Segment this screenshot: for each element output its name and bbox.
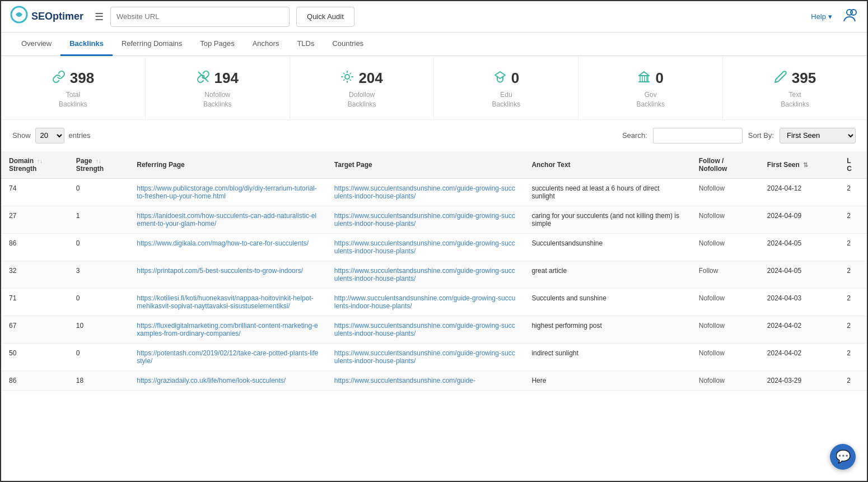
cell-domain-strength: 50 [1,343,68,370]
tab-referring-domains[interactable]: Referring Domains [113,33,191,56]
target-page-link[interactable]: https://www.succulentsandsunshine.com/gu… [334,267,515,282]
target-page-link[interactable]: https://www.succulentsandsunshine.com/gu… [334,239,515,255]
cell-target-page[interactable]: https://www.succulentsandsunshine.com/gu… [326,233,524,261]
tab-tlds[interactable]: TLDs [288,33,323,56]
target-page-link[interactable]: https://www.succulentsandsunshine.com/gu… [334,212,515,228]
cell-first-seen: 2024-04-05 [759,261,839,288]
search-label: Search: [622,131,647,140]
cell-referring-page[interactable]: https://potentash.com/2019/02/12/take-ca… [129,343,326,370]
user-icon[interactable] [841,7,858,27]
chat-bubble[interactable]: 💬 [830,444,856,470]
cell-first-seen: 2024-03-29 [759,370,839,390]
edu-label: EduBacklinks [440,90,572,109]
cell-referring-page[interactable]: https://fluxedigitalmarketing.com/brilli… [129,316,326,343]
col-header-first-seen[interactable]: First Seen ⇅ [759,151,839,179]
cell-target-page[interactable]: http://www.succulentsandsunshine.com/gui… [326,288,524,316]
cell-page-strength: 0 [68,288,129,316]
stat-top-text: 395 [729,69,861,87]
target-page-link[interactable]: https://www.succulentsandsunshine.com/gu… [334,184,515,200]
cell-domain-strength: 27 [1,206,68,233]
cell-target-page[interactable]: https://www.succulentsandsunshine.com/gu… [326,261,524,288]
cell-anchor-text: caring for your succulents (and not kill… [524,206,690,233]
text-backlinks-icon [774,70,787,87]
target-page-link[interactable]: https://www.succulentsandsunshine.com/gu… [334,377,475,384]
table-row: 32 3 https://printapot.com/5-best-succul… [1,261,867,288]
stat-text: 395 TextBacklinks [723,56,867,119]
tab-countries[interactable]: Countries [323,33,372,56]
total-backlinks-count: 398 [70,69,94,87]
cell-domain-strength: 86 [1,233,68,261]
text-backlinks-count: 395 [792,69,816,87]
referring-page-link[interactable]: https://graziadaily.co.uk/life/home/look… [137,377,286,384]
cell-follow: Nofollow [691,370,759,390]
controls-right: Search: Sort By: First Seen Domain Stren… [622,128,856,143]
stat-top-edu: 0 [440,69,572,87]
tab-backlinks[interactable]: Backlinks [60,33,113,56]
cell-referring-page[interactable]: https://printapot.com/5-best-succulents-… [129,261,326,288]
cell-referring-page[interactable]: https://www.digikala.com/mag/how-to-care… [129,233,326,261]
referring-page-link[interactable]: https://fluxedigitalmarketing.com/brilli… [137,322,318,337]
stat-edu: 0 EduBacklinks [434,56,578,119]
text-backlinks-label: TextBacklinks [729,90,861,109]
tab-top-pages[interactable]: Top Pages [191,33,243,56]
cell-follow: Nofollow [691,233,759,261]
cell-target-page[interactable]: https://www.succulentsandsunshine.com/gu… [326,206,524,233]
cell-referring-page[interactable]: https://graziadaily.co.uk/life/home/look… [129,370,326,390]
cell-page-strength: 0 [68,233,129,261]
sortby-select[interactable]: First Seen Domain Strength Page Strength [780,128,856,143]
cell-target-page[interactable]: https://www.succulentsandsunshine.com/gu… [326,178,524,206]
col-header-referring-page: Referring Page [129,151,326,179]
entries-select[interactable]: 20 10 50 100 [35,128,64,143]
target-page-link[interactable]: http://www.succulentsandsunshine.com/gui… [334,294,516,310]
help-button[interactable]: Help ▾ [811,12,832,21]
cell-anchor-text: Succulentsandsunshine [524,233,690,261]
cell-lc: 2 [839,233,867,261]
total-backlinks-label: TotalBacklinks [7,90,139,109]
referring-page-link[interactable]: https://www.digikala.com/mag/how-to-care… [137,239,309,247]
stat-top-total: 398 [7,69,139,87]
dofollow-icon [340,70,354,87]
referring-page-link[interactable]: https://lanidoesit.com/how-succulents-ca… [137,212,316,228]
target-page-link[interactable]: https://www.succulentsandsunshine.com/gu… [334,322,515,337]
logo[interactable]: SEOptimer [10,6,83,27]
table-row: 71 0 https://kotiliesi.fi/koti/huonekasv… [1,288,867,316]
cell-referring-page[interactable]: https://lanidoesit.com/how-succulents-ca… [129,206,326,233]
referring-page-link[interactable]: https://kotiliesi.fi/koti/huonekasvit/na… [137,294,314,310]
cell-target-page[interactable]: https://www.succulentsandsunshine.com/gu… [326,343,524,370]
cell-page-strength: 1 [68,206,129,233]
cell-follow: Nofollow [691,343,759,370]
cell-target-page[interactable]: https://www.succulentsandsunshine.com/gu… [326,316,524,343]
cell-referring-page[interactable]: https://www.publicstorage.com/blog/diy/d… [129,178,326,206]
entries-label: entries [69,131,91,140]
table-row: 86 18 https://graziadaily.co.uk/life/hom… [1,370,867,390]
tab-overview[interactable]: Overview [12,33,60,56]
quick-audit-button[interactable]: Quick Audit [296,7,354,27]
col-header-target-page: Target Page [326,151,524,179]
cell-lc: 2 [839,178,867,206]
cell-first-seen: 2024-04-02 [759,316,839,343]
col-header-anchor-text: Anchor Text [524,151,690,179]
chat-icon: 💬 [836,449,851,464]
edu-icon [493,70,507,87]
cell-target-page[interactable]: https://www.succulentsandsunshine.com/gu… [326,370,524,390]
stat-nofollow: 194 NofollowBacklinks [146,56,290,119]
cell-follow: Nofollow [691,316,759,343]
tab-anchors[interactable]: Anchors [244,33,288,56]
url-input[interactable] [110,7,290,27]
cell-domain-strength: 67 [1,316,68,343]
controls-row: Show 20 10 50 100 entries Search: Sort B… [1,120,867,151]
col-header-page-strength[interactable]: Page ↑↓Strength [68,151,129,179]
referring-page-link[interactable]: https://potentash.com/2019/02/12/take-ca… [137,349,318,365]
cell-follow: Nofollow [691,288,759,316]
table-row: 27 1 https://lanidoesit.com/how-succulen… [1,206,867,233]
cell-referring-page[interactable]: https://kotiliesi.fi/koti/huonekasvit/na… [129,288,326,316]
col-header-follow-nofollow: Follow /Nofollow [691,151,759,179]
referring-page-link[interactable]: https://printapot.com/5-best-succulents-… [137,267,303,275]
hamburger-menu[interactable]: ☰ [95,11,104,23]
referring-page-link[interactable]: https://www.publicstorage.com/blog/diy/d… [137,184,316,200]
col-header-domain-strength[interactable]: Domain ↑↓Strength [1,151,68,179]
cell-page-strength: 0 [68,178,129,206]
search-input[interactable] [653,128,743,143]
cell-lc: 2 [839,316,867,343]
target-page-link[interactable]: https://www.succulentsandsunshine.com/gu… [334,349,515,365]
